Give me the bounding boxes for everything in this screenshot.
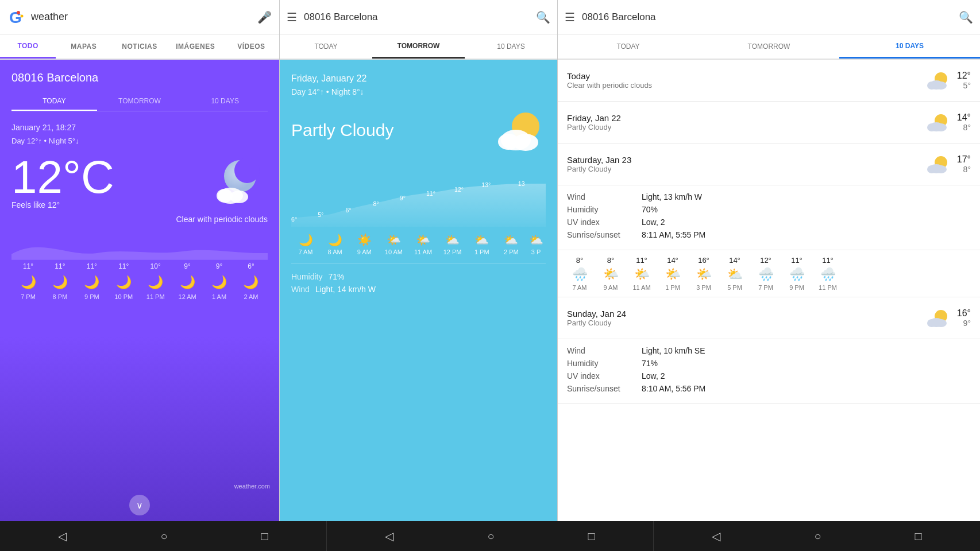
home-button-2[interactable]: ○ bbox=[487, 530, 494, 543]
hourly-temp-2: 11° bbox=[78, 262, 106, 270]
hs-temp-6: 12° bbox=[760, 256, 771, 265]
t-label-7: 2 PM bbox=[504, 249, 519, 255]
t-icon-5: ⛅ bbox=[445, 233, 460, 247]
forecast-today-temps: 12° 5° bbox=[957, 71, 971, 90]
weather-tab-10days[interactable]: 10 DAYS bbox=[182, 92, 268, 111]
weather-tabs: TODAY TOMORROW 10 DAYS bbox=[11, 92, 268, 111]
svg-point-31 bbox=[927, 165, 936, 173]
screen3-header: ☰ 08016 Barcelona 🔍 bbox=[558, 0, 980, 34]
forecast-today-condition: Clear with periodic clouds bbox=[567, 81, 918, 90]
t-label-8: 3 P bbox=[531, 249, 541, 255]
recents-button-2[interactable]: □ bbox=[588, 530, 595, 543]
tomorrow-daynight: Day 14°↑ • Night 8°↓ bbox=[291, 87, 546, 96]
sat-uv-label: UV index bbox=[567, 218, 642, 227]
svg-text:G: G bbox=[9, 9, 22, 26]
sun-wind-value: Light, 10 km/h SE bbox=[642, 346, 705, 355]
sat-wind-value: Light, 13 km/h W bbox=[642, 192, 702, 201]
sun-sunrise-value: 8:10 AM, 5:56 PM bbox=[642, 384, 705, 393]
nav-tab-noticias[interactable]: NOTICIAS bbox=[111, 34, 167, 59]
t-label-1: 8 AM bbox=[328, 249, 342, 255]
svg-text:6°: 6° bbox=[291, 216, 297, 223]
weather-desc: Clear with periodic clouds bbox=[176, 214, 268, 226]
scroll-down-button[interactable]: ∨ bbox=[129, 495, 150, 515]
hourly-icon-0: 🌙 bbox=[14, 275, 43, 290]
nav-tab-videos[interactable]: VÍDEOS bbox=[223, 34, 279, 59]
hourly-icon-1: 🌙 bbox=[45, 275, 74, 290]
forecast-fri-row: Friday, Jan 22 Partly Cloudy 14° 8° bbox=[558, 102, 980, 143]
nav-tab-todo[interactable]: TODO bbox=[0, 34, 56, 59]
hs-temp-7: 11° bbox=[791, 256, 802, 265]
t-label-2: 9 AM bbox=[357, 249, 372, 255]
sun-uv-label: UV index bbox=[567, 371, 642, 381]
nav-tab-imagenes[interactable]: IMÁGENES bbox=[168, 34, 223, 59]
screen2-tab-tomorrow[interactable]: TOMORROW bbox=[372, 34, 465, 59]
hs-icon-2: 🌤️ bbox=[634, 267, 650, 282]
hs-icon-5: ⛅ bbox=[727, 267, 743, 282]
hs-label-8: 11 PM bbox=[819, 284, 837, 291]
humidity-value: 71% bbox=[328, 272, 344, 281]
sat-wind-label: Wind bbox=[567, 192, 642, 201]
screen2-search-text[interactable]: 08016 Barcelona bbox=[304, 11, 529, 23]
hs-label-7: 9 PM bbox=[789, 284, 804, 291]
hs-col-8: 11° 🌧️ 11 PM bbox=[813, 256, 843, 291]
sat-sunrise-label: Sunrise/sunset bbox=[567, 230, 642, 239]
home-button-1[interactable]: ○ bbox=[160, 530, 167, 543]
weather-location: 08016 Barcelona bbox=[11, 71, 268, 84]
t-label-0: 7 AM bbox=[298, 249, 312, 255]
nav-tab-mapas[interactable]: MAPAS bbox=[56, 34, 111, 59]
screen3-tab-today[interactable]: TODAY bbox=[558, 34, 699, 59]
home-button-3[interactable]: ○ bbox=[814, 530, 821, 543]
back-button-1[interactable]: ◁ bbox=[58, 529, 67, 543]
hs-col-3: 14° 🌤️ 1 PM bbox=[658, 256, 688, 291]
tomorrow-weather-screen: ☰ 08016 Barcelona 🔍 TODAY TOMORROW 10 DA… bbox=[280, 0, 558, 521]
screen2-tab-10days[interactable]: 10 DAYS bbox=[465, 34, 557, 59]
hourly-strip: 8° 🌧️ 7 AM 8° 🌤️ 9 AM 11° 🌤️ 11 AM bbox=[558, 250, 980, 297]
hourly-chart-area: 6° 5° 6° 8° 9° 11° 12° 13° 13 bbox=[291, 168, 546, 231]
tomorrow-details: Humidity 71% Wind Light, 14 km/h W bbox=[291, 263, 546, 294]
back-button-3[interactable]: ◁ bbox=[712, 529, 720, 543]
screen3-search-icon[interactable]: 🔍 bbox=[959, 10, 973, 24]
hourly-label-5: 12 AM bbox=[173, 293, 202, 300]
forecast-fri-condition: Partly Cloudy bbox=[567, 123, 918, 131]
humidity-label: Humidity bbox=[291, 272, 322, 281]
svg-point-32 bbox=[935, 165, 947, 173]
sat-detail-section: Wind Light, 13 km/h W Humidity 70% UV in… bbox=[558, 185, 980, 250]
t-icon-4: 🌤️ bbox=[416, 233, 430, 247]
svg-text:13: 13 bbox=[518, 180, 525, 187]
hourly-label-7: 2 AM bbox=[237, 293, 265, 300]
hourly-icon-5: 🌙 bbox=[173, 275, 202, 290]
screen2-search-icon[interactable]: 🔍 bbox=[536, 10, 550, 24]
sun-sunrise-row: Sunrise/sunset 8:10 AM, 5:56 PM bbox=[567, 384, 971, 393]
recents-button-3[interactable]: □ bbox=[915, 530, 921, 543]
hs-temp-8: 11° bbox=[822, 256, 834, 265]
svg-text:9°: 9° bbox=[400, 195, 406, 201]
forecast-fri-temps: 14° 8° bbox=[957, 112, 971, 132]
hs-label-5: 5 PM bbox=[727, 284, 742, 291]
search-input[interactable]: weather bbox=[31, 11, 250, 23]
back-button-2[interactable]: ◁ bbox=[385, 529, 393, 543]
recents-button-1[interactable]: □ bbox=[261, 530, 268, 543]
bottom-nav-3: ◁ ○ □ bbox=[654, 521, 980, 551]
screen3-tabs: TODAY TOMORROW 10 DAYS bbox=[558, 34, 980, 60]
t-icon-3: 🌤️ bbox=[387, 233, 401, 247]
sun-humidity-label: Humidity bbox=[567, 359, 642, 368]
hs-col-1: 8° 🌤️ 9 AM bbox=[596, 256, 626, 291]
weather-tab-tomorrow[interactable]: TOMORROW bbox=[97, 92, 183, 111]
weather-tab-today[interactable]: TODAY bbox=[11, 92, 97, 111]
sun-detail-section: Wind Light, 10 km/h SE Humidity 71% UV i… bbox=[558, 339, 980, 404]
hs-icon-0: 🌧️ bbox=[572, 267, 588, 282]
screen3-tab-10days[interactable]: 10 DAYS bbox=[839, 34, 980, 59]
screen3-tab-tomorrow[interactable]: TOMORROW bbox=[699, 34, 839, 59]
screen3-hamburger-icon[interactable]: ☰ bbox=[565, 10, 575, 24]
hamburger-menu-icon[interactable]: ☰ bbox=[287, 10, 297, 24]
svg-point-24 bbox=[935, 82, 947, 90]
hs-label-4: 3 PM bbox=[696, 284, 711, 291]
screen2-tab-today[interactable]: TODAY bbox=[280, 34, 372, 59]
t-label-3: 10 AM bbox=[385, 249, 403, 255]
screen3-search-text[interactable]: 08016 Barcelona bbox=[582, 11, 952, 23]
forecast-sat-day: Saturday, Jan 23 bbox=[567, 155, 918, 165]
tomorrow-date: Friday, January 22 bbox=[291, 73, 546, 84]
weather-daynight: Day 12°↑ • Night 5°↓ bbox=[11, 137, 268, 145]
mic-icon[interactable]: 🎤 bbox=[256, 9, 272, 25]
forecast-today-row: Today Clear with periodic clouds 12° 5° bbox=[558, 60, 980, 102]
